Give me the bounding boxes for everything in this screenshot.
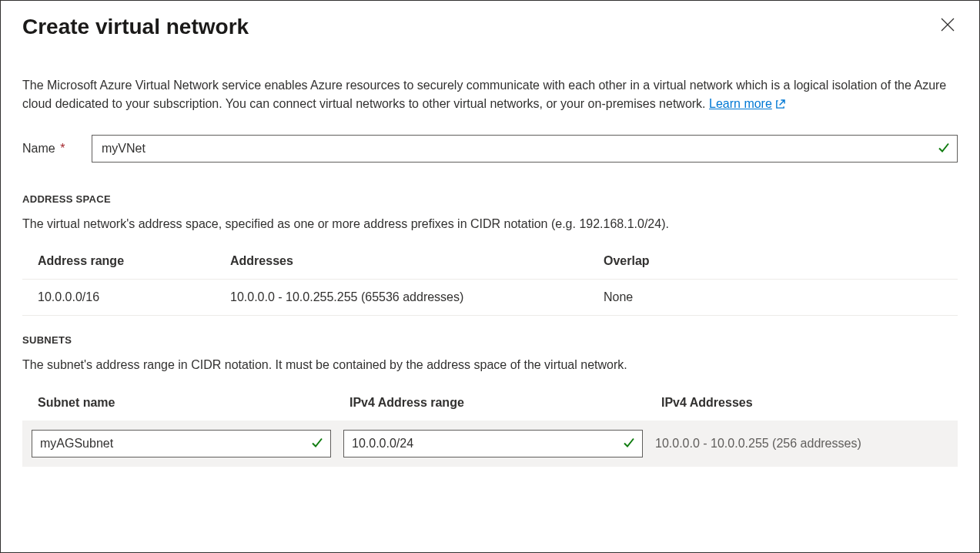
address-space-description: The virtual network's address space, spe… xyxy=(22,216,958,233)
panel-description: The Microsoft Azure Virtual Network serv… xyxy=(22,76,958,113)
subnet-name-input[interactable] xyxy=(32,430,331,457)
name-label: Name * xyxy=(22,142,92,156)
table-row[interactable]: 10.0.0.0 - 10.0.0.255 (256 addresses) xyxy=(22,421,958,467)
subnets-table: Subnet name IPv4 Address range IPv4 Addr… xyxy=(22,396,958,467)
subnet-range-input[interactable] xyxy=(343,430,643,457)
learn-more-text: Learn more xyxy=(709,95,772,113)
address-space-table-header: Address range Addresses Overlap xyxy=(22,254,958,280)
address-space-table: Address range Addresses Overlap 10.0.0.0… xyxy=(22,254,958,316)
cell-ipv4-addresses: 10.0.0.0 - 10.0.0.255 (256 addresses) xyxy=(655,437,942,451)
col-header-address-range: Address range xyxy=(38,254,230,268)
valid-check-icon xyxy=(311,436,323,451)
panel-title: Create virtual network xyxy=(22,15,249,39)
create-vnet-panel: Create virtual network The Microsoft Azu… xyxy=(0,0,980,553)
learn-more-link[interactable]: Learn more xyxy=(709,95,785,113)
valid-check-icon xyxy=(938,142,950,156)
cell-overlap: None xyxy=(604,290,942,304)
cell-address-range: 10.0.0.0/16 xyxy=(38,290,230,304)
col-header-addresses: Addresses xyxy=(230,254,604,268)
col-header-ipv4-addresses: IPv4 Addresses xyxy=(661,396,942,410)
name-field-row: Name * xyxy=(22,135,958,163)
col-header-overlap: Overlap xyxy=(604,254,942,268)
col-header-ipv4-range: IPv4 Address range xyxy=(350,396,661,410)
external-link-icon xyxy=(775,99,785,109)
subnets-description: The subnet's address range in CIDR notat… xyxy=(22,357,958,374)
subnets-table-header: Subnet name IPv4 Address range IPv4 Addr… xyxy=(22,396,958,421)
vnet-name-input[interactable] xyxy=(92,135,958,163)
address-space-header: ADDRESS SPACE xyxy=(22,193,958,205)
subnets-header: SUBNETS xyxy=(22,334,958,346)
close-icon xyxy=(941,18,955,32)
close-button[interactable] xyxy=(938,15,958,35)
col-header-subnet-name: Subnet name xyxy=(38,396,350,410)
panel-header: Create virtual network xyxy=(22,15,958,39)
valid-check-icon xyxy=(623,436,635,451)
table-row[interactable]: 10.0.0.0/16 10.0.0.0 - 10.0.255.255 (655… xyxy=(22,280,958,316)
required-indicator: * xyxy=(60,142,65,155)
cell-addresses: 10.0.0.0 - 10.0.255.255 (65536 addresses… xyxy=(230,290,604,304)
description-text: The Microsoft Azure Virtual Network serv… xyxy=(22,79,946,110)
name-input-wrapper xyxy=(92,135,958,163)
